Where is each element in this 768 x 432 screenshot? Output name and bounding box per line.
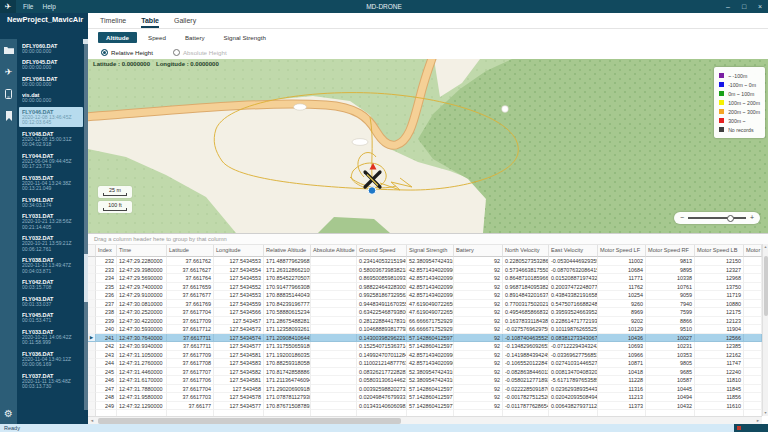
menu-file[interactable]: File [23, 3, 33, 10]
table-row[interactable]: 23612:47:29.910000037.6617677127.5434553… [88, 291, 762, 300]
zoom-slider[interactable]: − + [674, 212, 760, 224]
column-header[interactable]: Signal Strength [407, 245, 454, 257]
bookmark-icon[interactable] [0, 105, 17, 127]
column-header[interactable]: Battery [454, 245, 503, 257]
zoom-in-icon[interactable]: + [750, 212, 754, 224]
table-row[interactable]: 24912:47:32.129000037.66177127.543457717… [88, 402, 762, 411]
table-row[interactable]: 24612:47:31.617000037.6617706127.5434581… [88, 376, 762, 385]
column-header[interactable]: Longitude [214, 245, 264, 257]
cell: 12240 [695, 368, 744, 377]
menu-help[interactable]: Help [42, 3, 55, 10]
file-item[interactable]: FLY043.DAT00:01:33.037 [19, 294, 83, 309]
scroll-left-icon[interactable]: ◄ [88, 418, 96, 423]
column-header[interactable]: East Velocity [549, 245, 598, 257]
zoom-track[interactable] [688, 217, 746, 219]
zoom-out-icon[interactable]: − [680, 212, 684, 224]
table-row[interactable]: 23412:47:29.569000037.661764127.54345531… [88, 274, 762, 283]
tab-bar: TimelineTableGallery [88, 13, 768, 29]
file-item[interactable]: DFLY061.DAT00:00:00.000 [19, 74, 83, 89]
cell: 11213 [598, 393, 646, 402]
cell [744, 393, 762, 402]
file-item[interactable]: FLY032.DAT2020-10-21 13:59:21Z00:06:12.7… [19, 234, 83, 254]
table-row[interactable]: 24812:47:31.958000037.6617703127.5434578… [88, 393, 762, 402]
file-item[interactable]: FLY046.DAT2020-12-08 13:46:45Z00:12:03.6… [19, 107, 83, 127]
cell: -0.0870763208641512 [549, 266, 598, 275]
table-row[interactable]: 24312:47:31.105000037.6617709127.5434581… [88, 351, 762, 360]
radio-absolute-height[interactable]: Absolute Height [173, 49, 227, 56]
column-header[interactable]: Ground Speed [357, 245, 407, 257]
table-row[interactable]: 23512:47:29.740000037.6617659127.5434552… [88, 283, 762, 292]
grid-hscroll-track[interactable] [96, 418, 754, 424]
column-header[interactable]: Index [96, 245, 117, 257]
grid-vscrollbar[interactable]: ▲ ▼ [762, 244, 768, 416]
scroll-right-icon[interactable]: ► [754, 418, 762, 423]
column-header[interactable]: Motor Speed RF [646, 245, 695, 257]
subtab-battery[interactable]: Battery [177, 32, 213, 43]
file-item[interactable]: FLY042.DAT00:03:15.708 [19, 278, 83, 293]
cell: 127.543457 [214, 317, 264, 326]
cell: -0.0530444692935931 [549, 257, 598, 266]
table-row[interactable]: 23812:47:30.252000037.6617704127.5434566… [88, 308, 762, 317]
cell: 52.3809547424316 [407, 376, 454, 385]
table-row[interactable]: 23912:47:30.422000037.6617709127.5434571… [88, 317, 762, 326]
table-row[interactable]: ▶24112:47:30.764000037.6617711127.543457… [88, 334, 762, 343]
scroll-up-icon[interactable]: ▲ [763, 244, 768, 250]
drone-icon[interactable]: ✈ [0, 61, 17, 83]
file-item[interactable]: FLY036.DAT2020-11-04 13:40:12Z00:00:06.1… [19, 349, 83, 369]
tab-gallery[interactable]: Gallery [174, 17, 196, 28]
minimize-button[interactable]: – [720, 0, 736, 13]
file-item[interactable]: FLY037.DAT2020-11-11 13:45:48Z00:03:13.7… [19, 371, 83, 391]
subtab-signal-strength[interactable]: Signal Strength [216, 32, 274, 43]
file-item[interactable]: FLY031.DAT2020-10-21 13:28:56Z00:21:14.4… [19, 212, 83, 232]
column-header[interactable]: Motor Speed LF [598, 245, 646, 257]
grid-hscroll-thumb[interactable] [98, 418, 401, 424]
file-item[interactable]: FLY033.DAT2020-10-21 14:06:42Z00:11:58.9… [19, 327, 83, 347]
file-item[interactable]: DFLY060.DAT00:00:00.000 [19, 41, 83, 56]
column-header[interactable]: Latitude [167, 245, 214, 257]
file-item[interactable]: FLY048.DAT2020-12-08 15:00:31Z00:04:02.9… [19, 129, 83, 149]
tab-timeline[interactable]: Timeline [100, 17, 126, 28]
file-item[interactable]: FLY045.DAT00:01:53.471 [19, 311, 83, 326]
file-item[interactable]: DFLY045.DAT00:00:00.000 [19, 58, 83, 73]
table-row[interactable]: 24012:47:30.593000037.6617712127.5434573… [88, 325, 762, 334]
cell: -0.0828638446011543 [503, 368, 549, 377]
table-row[interactable]: 23712:47:30.081000037.661769127.54345591… [88, 300, 762, 309]
column-header[interactable]: North Velocity [503, 245, 549, 257]
column-header[interactable]: Absolute Altitude [311, 245, 357, 257]
scroll-down-icon[interactable]: ▼ [763, 410, 768, 416]
file-item[interactable]: vis.dat00:00:00.000 [19, 91, 83, 106]
table-row[interactable]: 23212:47:29.228000037.661762127.54345531… [88, 257, 762, 266]
group-by-hint[interactable]: Drag a column header here to group by th… [88, 234, 768, 245]
table-row[interactable]: 24712:47:31.788000037.6617704127.5434581… [88, 385, 762, 394]
maximize-button[interactable]: □ [736, 0, 752, 13]
close-button[interactable]: × [752, 0, 768, 13]
folder-icon[interactable] [0, 39, 17, 61]
subtab-altitude[interactable]: Altitude [98, 32, 137, 43]
subtab-speed[interactable]: Speed [140, 32, 174, 43]
device-icon[interactable] [0, 83, 17, 105]
cell: 0.0152088719743217 [549, 274, 598, 283]
table-row[interactable]: 24212:47:30.934000037.6617711127.5434577… [88, 342, 762, 351]
file-item[interactable]: FLY035.DAT2020-11-04 13:24:38Z00:13:21.0… [19, 173, 83, 193]
grid-vscroll-thumb[interactable] [764, 256, 768, 316]
file-item[interactable]: FLY044.DAT2021-06-04 09:44:45Z00:17:23.7… [19, 151, 83, 171]
zoom-knob[interactable] [727, 215, 734, 222]
file-item[interactable]: FLY038.DAT2020-11-13 13:49:47Z00:04:03.8… [19, 256, 83, 276]
cell: 9813 [646, 257, 695, 266]
column-header[interactable]: Relative Altitude [264, 245, 311, 257]
cell: 12:47:29.3980000 [117, 266, 167, 275]
map-view[interactable]: Latitude : 0.0000000 Longitude : 0.00000… [88, 59, 768, 233]
table-row[interactable]: 23312:47:29.398000037.6617627127.5434554… [88, 266, 762, 275]
radio-relative-height[interactable]: Relative Height [101, 49, 153, 56]
file-item[interactable]: FLY041.DAT00:34:03.174 [19, 195, 83, 210]
grid-hscrollbar[interactable]: ◄ ► [88, 416, 762, 424]
settings-gear-icon[interactable]: ⚙ [0, 407, 17, 421]
cell: 0.573466381755046 [503, 266, 549, 275]
column-header[interactable]: Time [117, 245, 167, 257]
tab-table[interactable]: Table [141, 17, 159, 28]
cell: 11373 [598, 402, 646, 411]
column-header[interactable]: Motor [744, 245, 762, 257]
column-header[interactable]: Motor Speed LB [695, 245, 744, 257]
table-row[interactable]: 24412:47:31.276000037.6617708127.5434583… [88, 359, 762, 368]
table-row[interactable]: 24512:47:31.446000037.6617707127.5434582… [88, 368, 762, 377]
